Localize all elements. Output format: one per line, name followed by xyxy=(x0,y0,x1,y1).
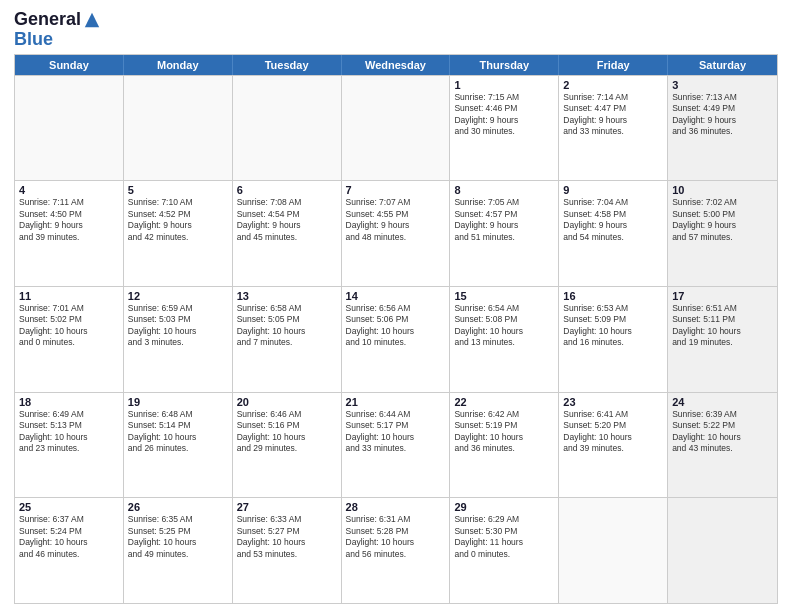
day-number: 1 xyxy=(454,79,554,91)
cell-info: Sunrise: 7:08 AM Sunset: 4:54 PM Dayligh… xyxy=(237,197,337,243)
cell-info: Sunrise: 7:13 AM Sunset: 4:49 PM Dayligh… xyxy=(672,92,773,138)
cal-cell: 25Sunrise: 6:37 AM Sunset: 5:24 PM Dayli… xyxy=(15,498,124,603)
day-number: 20 xyxy=(237,396,337,408)
cal-cell: 8Sunrise: 7:05 AM Sunset: 4:57 PM Daylig… xyxy=(450,181,559,286)
header-day-tuesday: Tuesday xyxy=(233,55,342,75)
day-number: 7 xyxy=(346,184,446,196)
cal-cell: 15Sunrise: 6:54 AM Sunset: 5:08 PM Dayli… xyxy=(450,287,559,392)
cell-info: Sunrise: 7:11 AM Sunset: 4:50 PM Dayligh… xyxy=(19,197,119,243)
cal-cell xyxy=(342,76,451,181)
cal-cell: 29Sunrise: 6:29 AM Sunset: 5:30 PM Dayli… xyxy=(450,498,559,603)
day-number: 24 xyxy=(672,396,773,408)
day-number: 21 xyxy=(346,396,446,408)
logo-area: General Blue xyxy=(14,10,101,50)
day-number: 12 xyxy=(128,290,228,302)
cell-info: Sunrise: 7:04 AM Sunset: 4:58 PM Dayligh… xyxy=(563,197,663,243)
cal-cell: 19Sunrise: 6:48 AM Sunset: 5:14 PM Dayli… xyxy=(124,393,233,498)
cell-info: Sunrise: 7:01 AM Sunset: 5:02 PM Dayligh… xyxy=(19,303,119,349)
cell-info: Sunrise: 7:10 AM Sunset: 4:52 PM Dayligh… xyxy=(128,197,228,243)
cal-cell: 4Sunrise: 7:11 AM Sunset: 4:50 PM Daylig… xyxy=(15,181,124,286)
cell-info: Sunrise: 6:46 AM Sunset: 5:16 PM Dayligh… xyxy=(237,409,337,455)
cell-info: Sunrise: 6:48 AM Sunset: 5:14 PM Dayligh… xyxy=(128,409,228,455)
day-number: 6 xyxy=(237,184,337,196)
day-number: 18 xyxy=(19,396,119,408)
cal-cell: 6Sunrise: 7:08 AM Sunset: 4:54 PM Daylig… xyxy=(233,181,342,286)
calendar-row-0: 1Sunrise: 7:15 AM Sunset: 4:46 PM Daylig… xyxy=(15,75,777,181)
day-number: 27 xyxy=(237,501,337,513)
day-number: 28 xyxy=(346,501,446,513)
day-number: 10 xyxy=(672,184,773,196)
logo-icon xyxy=(83,11,101,29)
cal-cell: 28Sunrise: 6:31 AM Sunset: 5:28 PM Dayli… xyxy=(342,498,451,603)
header-day-wednesday: Wednesday xyxy=(342,55,451,75)
cell-info: Sunrise: 7:05 AM Sunset: 4:57 PM Dayligh… xyxy=(454,197,554,243)
cal-cell: 17Sunrise: 6:51 AM Sunset: 5:11 PM Dayli… xyxy=(668,287,777,392)
cal-cell: 7Sunrise: 7:07 AM Sunset: 4:55 PM Daylig… xyxy=(342,181,451,286)
logo-line2: Blue xyxy=(14,30,53,50)
cal-cell xyxy=(15,76,124,181)
calendar-body: 1Sunrise: 7:15 AM Sunset: 4:46 PM Daylig… xyxy=(15,75,777,603)
cal-cell: 9Sunrise: 7:04 AM Sunset: 4:58 PM Daylig… xyxy=(559,181,668,286)
cell-info: Sunrise: 7:07 AM Sunset: 4:55 PM Dayligh… xyxy=(346,197,446,243)
cell-info: Sunrise: 6:29 AM Sunset: 5:30 PM Dayligh… xyxy=(454,514,554,560)
cell-info: Sunrise: 6:42 AM Sunset: 5:19 PM Dayligh… xyxy=(454,409,554,455)
cal-cell: 14Sunrise: 6:56 AM Sunset: 5:06 PM Dayli… xyxy=(342,287,451,392)
cal-cell: 3Sunrise: 7:13 AM Sunset: 4:49 PM Daylig… xyxy=(668,76,777,181)
cal-cell: 10Sunrise: 7:02 AM Sunset: 5:00 PM Dayli… xyxy=(668,181,777,286)
logo-line1: General xyxy=(14,10,81,30)
cal-cell: 5Sunrise: 7:10 AM Sunset: 4:52 PM Daylig… xyxy=(124,181,233,286)
cal-cell: 24Sunrise: 6:39 AM Sunset: 5:22 PM Dayli… xyxy=(668,393,777,498)
cell-info: Sunrise: 7:15 AM Sunset: 4:46 PM Dayligh… xyxy=(454,92,554,138)
cell-info: Sunrise: 7:02 AM Sunset: 5:00 PM Dayligh… xyxy=(672,197,773,243)
cell-info: Sunrise: 6:59 AM Sunset: 5:03 PM Dayligh… xyxy=(128,303,228,349)
cal-cell: 23Sunrise: 6:41 AM Sunset: 5:20 PM Dayli… xyxy=(559,393,668,498)
page: General Blue SundayMondayTuesdayWednesda… xyxy=(0,0,792,612)
cal-cell: 26Sunrise: 6:35 AM Sunset: 5:25 PM Dayli… xyxy=(124,498,233,603)
cal-cell xyxy=(559,498,668,603)
calendar: SundayMondayTuesdayWednesdayThursdayFrid… xyxy=(14,54,778,604)
cell-info: Sunrise: 6:41 AM Sunset: 5:20 PM Dayligh… xyxy=(563,409,663,455)
cell-info: Sunrise: 6:35 AM Sunset: 5:25 PM Dayligh… xyxy=(128,514,228,560)
day-number: 29 xyxy=(454,501,554,513)
day-number: 14 xyxy=(346,290,446,302)
day-number: 3 xyxy=(672,79,773,91)
cal-cell: 27Sunrise: 6:33 AM Sunset: 5:27 PM Dayli… xyxy=(233,498,342,603)
cal-cell xyxy=(233,76,342,181)
cal-cell: 20Sunrise: 6:46 AM Sunset: 5:16 PM Dayli… xyxy=(233,393,342,498)
day-number: 17 xyxy=(672,290,773,302)
day-number: 15 xyxy=(454,290,554,302)
day-number: 16 xyxy=(563,290,663,302)
calendar-row-2: 11Sunrise: 7:01 AM Sunset: 5:02 PM Dayli… xyxy=(15,286,777,392)
cell-info: Sunrise: 6:31 AM Sunset: 5:28 PM Dayligh… xyxy=(346,514,446,560)
header-day-thursday: Thursday xyxy=(450,55,559,75)
cell-info: Sunrise: 6:54 AM Sunset: 5:08 PM Dayligh… xyxy=(454,303,554,349)
calendar-row-1: 4Sunrise: 7:11 AM Sunset: 4:50 PM Daylig… xyxy=(15,180,777,286)
cell-info: Sunrise: 6:49 AM Sunset: 5:13 PM Dayligh… xyxy=(19,409,119,455)
header-day-monday: Monday xyxy=(124,55,233,75)
day-number: 23 xyxy=(563,396,663,408)
cal-cell: 11Sunrise: 7:01 AM Sunset: 5:02 PM Dayli… xyxy=(15,287,124,392)
day-number: 4 xyxy=(19,184,119,196)
cell-info: Sunrise: 6:37 AM Sunset: 5:24 PM Dayligh… xyxy=(19,514,119,560)
day-number: 2 xyxy=(563,79,663,91)
cal-cell: 21Sunrise: 6:44 AM Sunset: 5:17 PM Dayli… xyxy=(342,393,451,498)
day-number: 25 xyxy=(19,501,119,513)
day-number: 26 xyxy=(128,501,228,513)
cal-cell xyxy=(124,76,233,181)
day-number: 9 xyxy=(563,184,663,196)
header-day-friday: Friday xyxy=(559,55,668,75)
cal-cell: 12Sunrise: 6:59 AM Sunset: 5:03 PM Dayli… xyxy=(124,287,233,392)
cal-cell xyxy=(668,498,777,603)
svg-marker-0 xyxy=(85,13,99,27)
calendar-header: SundayMondayTuesdayWednesdayThursdayFrid… xyxy=(15,55,777,75)
cell-info: Sunrise: 6:58 AM Sunset: 5:05 PM Dayligh… xyxy=(237,303,337,349)
header-day-sunday: Sunday xyxy=(15,55,124,75)
day-number: 5 xyxy=(128,184,228,196)
day-number: 13 xyxy=(237,290,337,302)
cal-cell: 18Sunrise: 6:49 AM Sunset: 5:13 PM Dayli… xyxy=(15,393,124,498)
cell-info: Sunrise: 6:33 AM Sunset: 5:27 PM Dayligh… xyxy=(237,514,337,560)
cell-info: Sunrise: 6:44 AM Sunset: 5:17 PM Dayligh… xyxy=(346,409,446,455)
cell-info: Sunrise: 7:14 AM Sunset: 4:47 PM Dayligh… xyxy=(563,92,663,138)
day-number: 19 xyxy=(128,396,228,408)
day-number: 11 xyxy=(19,290,119,302)
